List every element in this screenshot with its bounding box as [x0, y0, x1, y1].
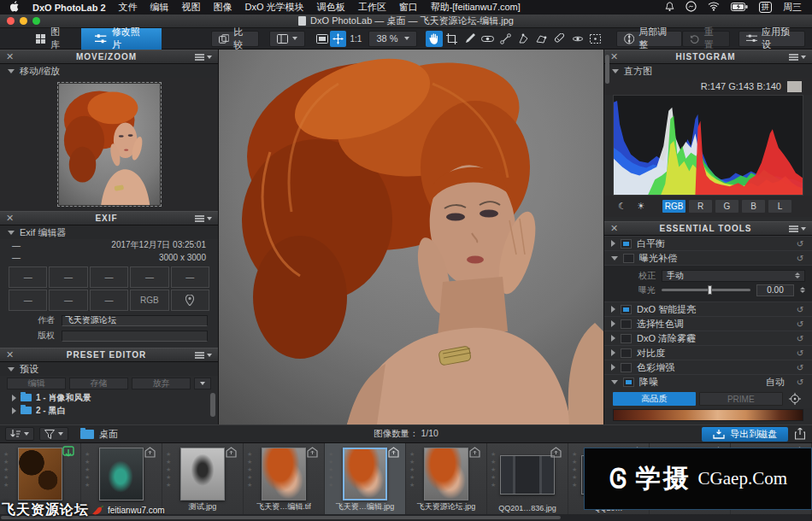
exif-editor-section-toggle[interactable]: Exif 编辑器: [0, 225, 218, 239]
crop-tool[interactable]: [444, 31, 461, 47]
histogram-section-toggle[interactable]: 直方图: [604, 64, 812, 78]
noise-prime-button[interactable]: PRIME: [699, 392, 784, 406]
noise-hq-button[interactable]: 高品质: [613, 392, 696, 406]
menu-image[interactable]: 图像: [214, 1, 232, 14]
menu-palettes[interactable]: 调色板: [317, 1, 345, 14]
thumbnail-portrait-jpg[interactable]: [343, 448, 387, 501]
reset-tool-icon[interactable]: ↺: [795, 319, 805, 329]
star-rating[interactable]: ★★★★★: [3, 451, 9, 489]
tab-photo-library[interactable]: 图库: [22, 28, 81, 50]
filter-dropdown[interactable]: [39, 427, 68, 441]
reset-tool-icon[interactable]: ↺: [795, 348, 805, 358]
exposure-value[interactable]: 0.00: [756, 284, 794, 296]
reset-tool-icon[interactable]: ↺: [795, 305, 805, 314]
channel-r-button[interactable]: R: [689, 200, 712, 213]
star-rating[interactable]: ★★★★★: [491, 451, 496, 489]
star-rating[interactable]: ★★★★★: [247, 451, 252, 489]
tool-exposure-compensation[interactable]: 曝光补偿 ↺: [604, 250, 812, 265]
thumbnail-dancer-photo[interactable]: [99, 448, 144, 501]
thumbnail-portrait-tif[interactable]: [262, 448, 306, 501]
menu-view[interactable]: 视图: [182, 1, 201, 14]
shadow-clipping-icon[interactable]: ☾: [615, 200, 630, 213]
enable-checkbox[interactable]: [621, 319, 632, 329]
navigator-thumbnail[interactable]: [57, 82, 162, 207]
control-point-tool[interactable]: [515, 31, 533, 47]
move-zoom-section-toggle[interactable]: 移动/缩放: [0, 64, 218, 78]
compare-button[interactable]: 比较: [211, 31, 259, 47]
slider-knob[interactable]: [708, 285, 712, 295]
menubar-app-name[interactable]: DxO PhotoLab 2: [32, 3, 106, 13]
export-to-disk-button[interactable]: 导出到磁盘: [702, 427, 788, 442]
reset-tool-icon[interactable]: ↺: [795, 334, 805, 343]
main-photo-viewport[interactable]: [219, 50, 603, 424]
hand-tool[interactable]: [426, 31, 443, 47]
channel-b-button[interactable]: B: [742, 200, 765, 213]
tool-smart-lighting[interactable]: DxO 智能提亮 ↺: [604, 301, 812, 316]
tool-white-balance[interactable]: 白平衡 ↺: [604, 236, 812, 250]
thumbnail-jump-photo[interactable]: [180, 448, 225, 501]
preset-more-dropdown[interactable]: [194, 378, 211, 389]
move-zoom-button[interactable]: [330, 31, 346, 47]
current-folder-label[interactable]: 桌面: [99, 428, 118, 441]
enable-checkbox[interactable]: [623, 378, 634, 387]
tool-noise-reduction[interactable]: 降噪 自动 ↺: [604, 374, 812, 389]
menu-optics-modules[interactable]: DxO 光学模块: [245, 1, 304, 14]
tool-contrast[interactable]: 对比度 ↺: [604, 345, 812, 360]
apple-menu-icon[interactable]: [10, 1, 20, 14]
tool-selective-tone[interactable]: 选择性色调 ↺: [604, 316, 812, 331]
tab-customize[interactable]: 修改照片: [81, 28, 161, 50]
menu-file[interactable]: 文件: [119, 1, 138, 14]
creative-cloud-icon[interactable]: [685, 1, 697, 14]
filmstrip-item-3[interactable]: ★★★★★ 测试.jpg: [162, 443, 244, 514]
horizon-tool[interactable]: [497, 31, 515, 47]
close-icon[interactable]: ✕: [6, 51, 18, 62]
enable-checkbox[interactable]: [621, 305, 632, 314]
thumbnail-screenshot[interactable]: [500, 455, 555, 495]
star-rating[interactable]: ★★★★★: [409, 451, 415, 489]
correction-mode-dropdown[interactable]: 手动: [662, 270, 805, 282]
menubar-clock[interactable]: 周三: [783, 1, 802, 14]
thumbnail-portrait[interactable]: [424, 448, 468, 501]
exposure-slider[interactable]: [662, 289, 750, 291]
menu-help[interactable]: 帮助-[feitianwu7.com]: [431, 1, 521, 14]
right-panel-scrollbar[interactable]: [605, 55, 609, 84]
fit-to-screen-button[interactable]: [314, 31, 330, 47]
menu-window[interactable]: 窗口: [399, 1, 418, 14]
apply-preset-button[interactable]: 应用预设: [738, 31, 805, 47]
copyright-input[interactable]: [62, 331, 208, 342]
wifi-icon[interactable]: [708, 2, 720, 13]
close-icon[interactable]: ✕: [610, 51, 622, 62]
preset-discard-button[interactable]: 放弃: [132, 378, 191, 389]
star-rating[interactable]: ★★★★★: [572, 451, 577, 489]
local-adjustments-button[interactable]: 局部调整: [616, 31, 682, 47]
close-icon[interactable]: ✕: [6, 349, 18, 360]
reset-tool-icon[interactable]: ↺: [795, 378, 805, 387]
enable-checkbox[interactable]: [623, 254, 634, 263]
enable-checkbox[interactable]: [621, 363, 632, 372]
menu-edit[interactable]: 编辑: [150, 1, 169, 14]
highlight-clipping-icon[interactable]: ☀: [633, 200, 649, 213]
reset-tool-icon[interactable]: ↺: [795, 363, 805, 372]
author-input[interactable]: [62, 315, 208, 326]
reset-tool-icon[interactable]: ↺: [795, 239, 805, 249]
stepper-icon[interactable]: [800, 287, 805, 293]
notification-bell-icon[interactable]: [665, 2, 674, 14]
zoom-1to1-button[interactable]: 1:1: [346, 31, 365, 47]
channel-g-button[interactable]: G: [715, 200, 738, 213]
zoom-level-dropdown[interactable]: 38 %: [368, 31, 416, 47]
sort-dropdown[interactable]: [5, 427, 34, 441]
close-icon[interactable]: ✕: [6, 213, 18, 224]
panel-menu-icon[interactable]: [195, 352, 212, 359]
thumbnail-food-photo[interactable]: [18, 448, 62, 501]
star-rating[interactable]: ★★★★★: [85, 451, 90, 489]
close-icon[interactable]: ✕: [610, 223, 622, 234]
reset-tool-icon[interactable]: ↺: [795, 254, 805, 263]
repair-tool[interactable]: [551, 31, 568, 47]
show-mask-eye-tool[interactable]: [569, 31, 586, 47]
filmstrip-item-5-selected[interactable]: ★★★★★ 飞天资…编辑.jpg: [325, 443, 406, 514]
preset-edit-button[interactable]: 编辑: [7, 378, 66, 389]
filmstrip-item-7[interactable]: ★★★★★ QQ201…836.jpg: [487, 443, 568, 514]
panel-menu-icon[interactable]: [789, 225, 806, 232]
enable-checkbox[interactable]: [621, 348, 632, 358]
star-rating[interactable]: ★★★★★: [166, 451, 171, 489]
